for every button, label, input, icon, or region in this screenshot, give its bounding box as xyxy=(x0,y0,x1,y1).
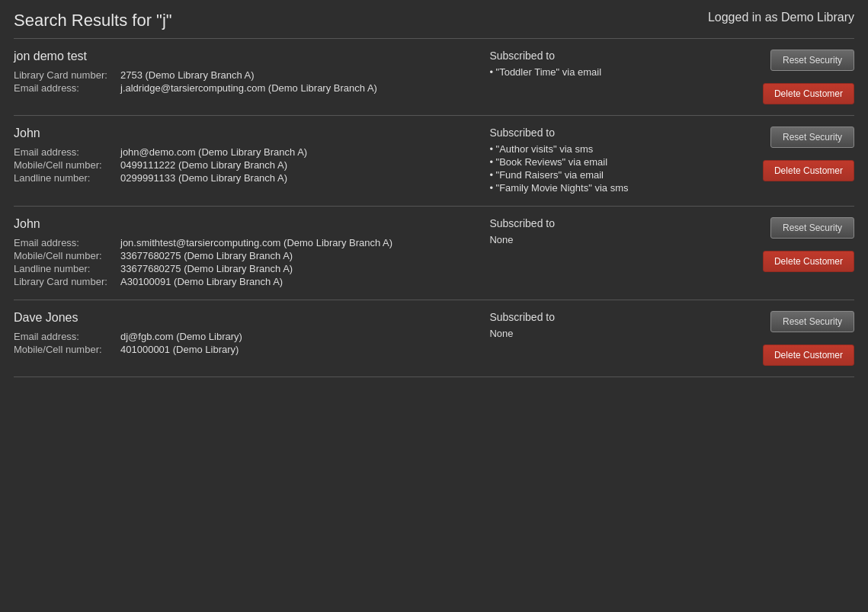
subscription-item-2-1: "Author visits" via sms xyxy=(489,143,741,155)
info-value-3-4: A30100091 (Demo Library Branch A) xyxy=(120,276,283,287)
reset-security-button-4[interactable]: Reset Security xyxy=(770,311,854,332)
info-line-3-1: Email address:jon.smithtest@tarsiercompu… xyxy=(14,237,476,248)
info-value-3-3: 33677680275 (Demo Library Branch A) xyxy=(120,263,293,274)
info-label-3-1: Email address: xyxy=(14,237,120,248)
info-line-3-2: Mobile/Cell number:33677680275 (Demo Lib… xyxy=(14,250,476,261)
results-container: jon demo testLibrary Card number:2753 (D… xyxy=(0,39,868,377)
delete-customer-button-3[interactable]: Delete Customer xyxy=(763,251,854,272)
info-label-2-1: Email address: xyxy=(14,146,120,158)
reset-security-button-2[interactable]: Reset Security xyxy=(770,127,854,148)
info-line-3-4: Library Card number:A30100091 (Demo Libr… xyxy=(14,276,476,287)
info-label-3-2: Mobile/Cell number: xyxy=(14,250,120,261)
info-label-4-1: Email address: xyxy=(14,331,120,342)
info-line-1-1: Library Card number:2753 (Demo Library B… xyxy=(14,69,476,81)
subscription-none-4: None xyxy=(489,328,741,339)
delete-customer-button-2[interactable]: Delete Customer xyxy=(763,160,854,181)
actions-2: Reset SecurityDelete Customer xyxy=(755,127,854,181)
subscriptions-4: Subscribed toNone xyxy=(489,311,741,339)
info-label-3-4: Library Card number: xyxy=(14,276,120,287)
customer-name-3: John xyxy=(14,217,476,231)
info-label-4-2: Mobile/Cell number: xyxy=(14,344,120,355)
delete-customer-button-1[interactable]: Delete Customer xyxy=(763,83,854,104)
info-value-2-2: 0499111222 (Demo Library Branch A) xyxy=(120,159,287,171)
reset-security-button-1[interactable]: Reset Security xyxy=(770,50,854,71)
subscription-item-2-3: "Fund Raisers" via email xyxy=(489,169,741,181)
customer-name-1: jon demo test xyxy=(14,50,476,63)
info-value-1-1: 2753 (Demo Library Branch A) xyxy=(120,69,255,81)
subscription-item-1-1: "Toddler Time" via email xyxy=(489,66,741,78)
info-line-1-2: Email address:j.aldridge@tarsiercomputin… xyxy=(14,82,476,94)
subscriptions-title-3: Subscribed to xyxy=(489,217,741,229)
info-label-2-3: Landline number: xyxy=(14,172,120,184)
info-value-4-1: dj@fgb.com (Demo Library) xyxy=(120,331,242,342)
info-line-4-2: Mobile/Cell number:401000001 (Demo Libra… xyxy=(14,344,476,355)
subscriptions-2: Subscribed to"Author visits" via sms"Boo… xyxy=(489,127,741,195)
info-value-1-2: j.aldridge@tarsiercomputing.com (Demo Li… xyxy=(120,82,377,94)
info-line-2-1: Email address:john@demo.com (Demo Librar… xyxy=(14,146,476,158)
info-line-2-3: Landline number:0299991133 (Demo Library… xyxy=(14,172,476,184)
info-line-4-1: Email address:dj@fgb.com (Demo Library) xyxy=(14,331,476,342)
subscriptions-3: Subscribed toNone xyxy=(489,217,741,245)
info-value-2-1: john@demo.com (Demo Library Branch A) xyxy=(120,146,307,158)
subscriptions-1: Subscribed to"Toddler Time" via email xyxy=(489,50,741,79)
actions-3: Reset SecurityDelete Customer xyxy=(755,217,854,272)
logged-in-label: Logged in as Demo Library xyxy=(708,11,854,24)
customer-name-2: John xyxy=(14,127,476,140)
customer-block-4: Dave JonesEmail address:dj@fgb.com (Demo… xyxy=(14,300,854,377)
info-line-2-2: Mobile/Cell number:0499111222 (Demo Libr… xyxy=(14,159,476,171)
actions-1: Reset SecurityDelete Customer xyxy=(755,50,854,104)
subscriptions-title-2: Subscribed to xyxy=(489,127,741,139)
subscription-item-2-2: "Book Reviews" via email xyxy=(489,156,741,168)
subscription-item-2-4: "Family Movie Nights" via sms xyxy=(489,182,741,194)
customer-block-3: JohnEmail address:jon.smithtest@tarsierc… xyxy=(14,207,854,300)
customer-block-2: JohnEmail address:john@demo.com (Demo Li… xyxy=(14,116,854,207)
subscriptions-title-4: Subscribed to xyxy=(489,311,741,323)
info-value-3-2: 33677680275 (Demo Library Branch A) xyxy=(120,250,293,261)
info-value-3-1: jon.smithtest@tarsiercomputing.com (Demo… xyxy=(120,237,392,248)
info-label-1-1: Library Card number: xyxy=(14,69,120,81)
customer-info-4: Dave JonesEmail address:dj@fgb.com (Demo… xyxy=(14,311,476,357)
info-line-3-3: Landline number:33677680275 (Demo Librar… xyxy=(14,263,476,274)
page-title: Search Results for "j" xyxy=(14,11,172,30)
subscription-none-3: None xyxy=(489,234,741,245)
customer-info-3: JohnEmail address:jon.smithtest@tarsierc… xyxy=(14,217,476,289)
customer-info-1: jon demo testLibrary Card number:2753 (D… xyxy=(14,50,476,95)
customer-block-1: jon demo testLibrary Card number:2753 (D… xyxy=(14,39,854,116)
customer-info-2: JohnEmail address:john@demo.com (Demo Li… xyxy=(14,127,476,185)
info-label-2-2: Mobile/Cell number: xyxy=(14,159,120,171)
customer-name-4: Dave Jones xyxy=(14,311,476,325)
actions-4: Reset SecurityDelete Customer xyxy=(755,311,854,366)
reset-security-button-3[interactable]: Reset Security xyxy=(770,217,854,239)
info-label-1-2: Email address: xyxy=(14,82,120,94)
subscriptions-title-1: Subscribed to xyxy=(489,50,741,62)
info-label-3-3: Landline number: xyxy=(14,263,120,274)
delete-customer-button-4[interactable]: Delete Customer xyxy=(763,344,854,366)
info-value-4-2: 401000001 (Demo Library) xyxy=(120,344,239,355)
info-value-2-3: 0299991133 (Demo Library Branch A) xyxy=(120,172,287,184)
